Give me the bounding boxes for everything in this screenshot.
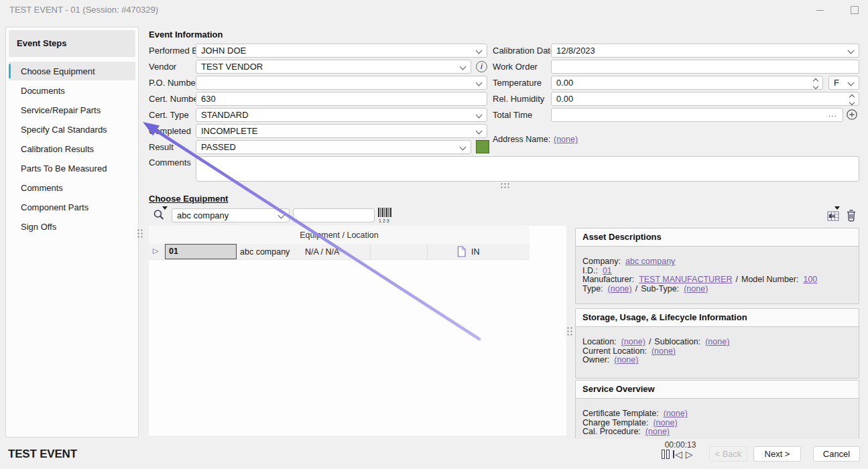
equipment-table-header[interactable]: Equipment / Location	[149, 226, 530, 245]
grid-import-caret-icon[interactable]	[834, 206, 840, 210]
equipment-id-cell[interactable]: 01	[165, 244, 237, 259]
equipment-search-combo[interactable]: abc company	[172, 208, 290, 222]
panel-resize-handle[interactable]	[566, 326, 572, 336]
result-label: Result	[149, 142, 174, 152]
id-link[interactable]: 01	[603, 266, 612, 275]
event-information-title: Event Information	[149, 29, 223, 40]
equipment-id-value: 01	[169, 247, 178, 256]
current-location-link[interactable]: (none)	[652, 346, 676, 356]
restart-icon[interactable]: ◁	[673, 450, 682, 459]
rel-humidity-stepper[interactable]: 0.00	[551, 92, 859, 106]
sidebar-item-label: Component Parts	[21, 202, 88, 212]
grid-import-icon[interactable]	[825, 209, 840, 222]
back-button[interactable]: < Back	[709, 446, 747, 462]
choose-equipment-title: Choose Equipment	[149, 194, 228, 204]
spinner-icon[interactable]	[850, 95, 854, 105]
row-expander-icon[interactable]: ▷	[153, 247, 158, 255]
performed-by-select[interactable]: JOHN DOE	[196, 44, 487, 58]
sidebar-item-parts-to-be-measured[interactable]: Parts To Be Measured	[9, 159, 135, 178]
separator: /	[649, 337, 651, 346]
cert-number-label: Cert. Number	[149, 94, 201, 104]
charge-template-label: Charge Template:	[582, 418, 648, 427]
equipment-table-row[interactable]: ▷ 01 abc company N/A / N/A IN	[149, 244, 530, 260]
maximize-button[interactable]	[845, 1, 863, 17]
work-order-label: Work Order	[493, 62, 538, 72]
cal-procedure-label: Cal. Procedure:	[582, 427, 641, 436]
cert-type-select[interactable]: STANDARD	[196, 108, 487, 122]
completed-select[interactable]: INCOMPLETE	[196, 124, 487, 138]
location-row: Location:(none)/Sublocation:(none)	[582, 338, 852, 347]
timer-controls: ◁ ▷	[662, 450, 693, 459]
sidebar-item-service-repair-parts[interactable]: Service/Repair Parts	[9, 100, 135, 119]
address-name-link[interactable]: (none)	[554, 135, 578, 144]
sublocation-link[interactable]: (none)	[705, 337, 729, 346]
document-icon[interactable]	[457, 246, 466, 257]
cal-procedure-link[interactable]: (none)	[645, 427, 670, 436]
storage-usage-lifecycle-panel: Storage, Usage, & Lifecycle Information …	[575, 308, 859, 379]
equipment-search-input[interactable]	[293, 208, 375, 222]
total-time-more-button[interactable]: ...	[828, 109, 837, 119]
work-order-input[interactable]	[551, 60, 859, 74]
event-name-label: TEST EVENT	[8, 448, 77, 461]
sub-type-link[interactable]: (none)	[684, 284, 708, 293]
spinner-icon[interactable]	[814, 79, 818, 88]
completed-value: INCOMPLETE	[196, 125, 487, 137]
asset-type-row: Type:(none)/Sub-Type:(none)	[582, 285, 852, 294]
owner-label: Owner:	[582, 355, 609, 364]
comments-resize-handle[interactable]	[500, 182, 509, 188]
search-options-caret-icon[interactable]	[162, 206, 168, 210]
sidebar-resize-handle[interactable]	[137, 228, 143, 238]
barcode-icon[interactable]: 123	[377, 207, 395, 224]
play-icon[interactable]: ▷	[686, 450, 693, 459]
rel-humidity-value: 0.00	[552, 92, 859, 105]
result-select[interactable]: PASSED	[196, 140, 471, 154]
model-number-link[interactable]: 100	[803, 275, 817, 284]
add-icon[interactable]	[846, 109, 858, 121]
temperature-value: 0.00	[552, 76, 822, 89]
comments-textarea[interactable]	[196, 156, 859, 182]
separator: /	[635, 284, 637, 293]
search-icon[interactable]	[152, 208, 166, 222]
address-name-label: Address Name:	[493, 135, 550, 144]
sidebar-item-component-parts[interactable]: Component Parts	[9, 198, 135, 216]
owner-link[interactable]: (none)	[614, 355, 638, 364]
po-number-select[interactable]	[196, 76, 487, 90]
cert-type-label: Cert. Type	[149, 110, 189, 120]
trash-icon[interactable]	[846, 209, 857, 222]
sidebar-item-choose-equipment[interactable]: Choose Equipment	[9, 62, 135, 80]
equipment-status-cell: IN	[471, 247, 480, 257]
next-button[interactable]: Next >	[753, 446, 801, 462]
sidebar-item-sign-offs[interactable]: Sign Offs	[9, 217, 135, 236]
event-steps-header: Event Steps	[9, 30, 135, 57]
sidebar-item-specify-cal-standards[interactable]: Specify Cal Standards	[9, 120, 135, 139]
cert-number-input[interactable]: 630	[196, 92, 487, 106]
manufacturer-link[interactable]: TEST MANUFACTURER	[639, 275, 732, 284]
total-time-input[interactable]: ...	[551, 108, 843, 122]
completed-label: Completed	[149, 126, 191, 136]
sidebar-item-label: Documents	[21, 86, 65, 96]
temperature-unit-select[interactable]: F	[828, 76, 859, 90]
location-link[interactable]: (none)	[621, 337, 645, 346]
sidebar-item-label: Sign Offs	[21, 222, 56, 232]
calibration-date-select[interactable]: 12/8/2023	[551, 44, 859, 58]
sidebar-item-comments[interactable]: Comments	[9, 178, 135, 197]
maximize-icon	[851, 6, 859, 14]
window-title: TEST EVENT - 01 (Session: #470329)	[9, 5, 158, 15]
type-link[interactable]: (none)	[608, 284, 632, 293]
certificate-template-link[interactable]: (none)	[664, 409, 688, 418]
pause-icon[interactable]	[662, 450, 670, 459]
total-time-label: Total Time	[493, 110, 532, 120]
sidebar-item-documents[interactable]: Documents	[9, 81, 135, 100]
temperature-stepper[interactable]: 0.00	[551, 76, 823, 90]
equipment-location-cell: N/A / N/A	[305, 247, 339, 257]
minimize-button[interactable]	[810, 1, 829, 17]
cancel-button[interactable]: Cancel	[813, 446, 860, 462]
vendor-select[interactable]: TEST VENDOR	[196, 60, 471, 74]
sidebar-item-calibration-results[interactable]: Calibration Results	[9, 139, 135, 158]
performed-by-value: JOHN DOE	[196, 44, 487, 57]
charge-template-link[interactable]: (none)	[653, 418, 677, 427]
company-link[interactable]: abc company	[625, 257, 675, 266]
chevron-down-icon	[476, 80, 483, 86]
certificate-template-label: Certificate Template:	[582, 409, 659, 418]
vendor-info-icon[interactable]: i	[476, 61, 487, 72]
